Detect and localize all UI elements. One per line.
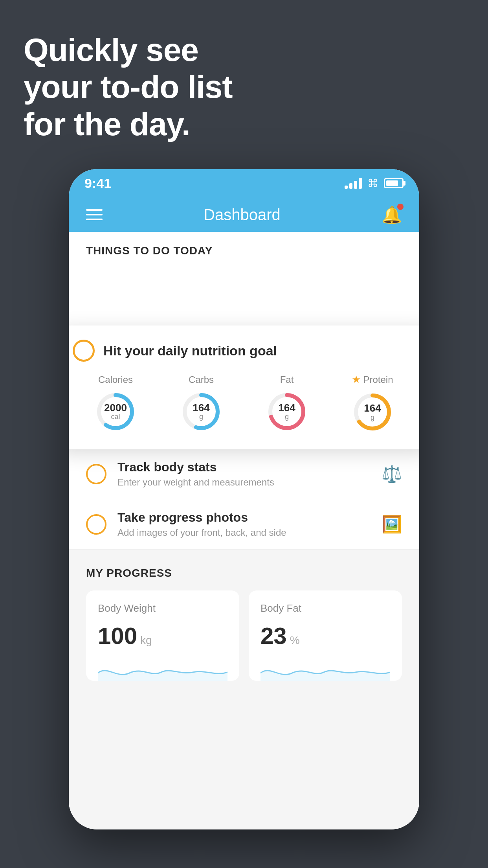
phone-mockup: 9:41 ⌘ Dashboard 🔔 THINGS TO DO TODAY	[69, 169, 419, 829]
progress-cards: Body Weight 100 kg Body Fat 23 %	[86, 590, 402, 681]
star-icon: ★	[352, 373, 361, 386]
notification-dot	[397, 204, 404, 210]
donut-chart: 164 g	[180, 390, 223, 433]
progress-section: MY PROGRESS Body Weight 100 kg Body Fat …	[69, 550, 419, 698]
donut-text: 164 g	[364, 403, 381, 421]
todo-name: Track body stats	[117, 460, 371, 474]
todo-circle-nutrition	[73, 340, 95, 362]
todo-info: Take progress photos Add images of your …	[117, 510, 371, 538]
nutrition-card: Hit your daily nutrition goal Calories 2…	[69, 326, 419, 449]
progress-card[interactable]: Body Weight 100 kg	[86, 590, 239, 681]
headline-line2: your to-do list	[24, 68, 233, 105]
battery-icon	[384, 178, 404, 188]
mini-chart-svg	[98, 657, 227, 681]
status-icons: ⌘	[345, 177, 404, 190]
status-time: 9:41	[84, 176, 111, 191]
donut-value: 164	[364, 403, 381, 414]
mini-chart	[261, 657, 390, 681]
nav-title: Dashboard	[204, 206, 281, 224]
progress-number: 100	[98, 622, 137, 649]
nutrition-stat-fat: Fat 164 g	[265, 374, 308, 433]
headline-line1: Quickly see	[24, 31, 233, 68]
donut-unit: g	[278, 413, 295, 421]
todo-item[interactable]: Take progress photos Add images of your …	[69, 499, 419, 550]
nav-bar: Dashboard 🔔	[69, 197, 419, 232]
stat-label: Calories	[98, 374, 133, 385]
todo-subtitle: Add images of your front, back, and side	[117, 527, 371, 538]
donut-text: 2000 cal	[104, 402, 127, 421]
signal-icon	[345, 178, 362, 189]
wifi-icon: ⌘	[367, 177, 378, 190]
stat-label: ★Protein	[352, 373, 393, 386]
todo-circle	[86, 464, 106, 484]
progress-value: 100 kg	[98, 622, 227, 649]
menu-button[interactable]	[86, 209, 103, 220]
donut-text: 164 g	[193, 402, 209, 421]
progress-title: MY PROGRESS	[86, 567, 402, 579]
donut-chart: 164 g	[265, 390, 308, 433]
stat-label: Carbs	[189, 374, 214, 385]
nutrition-stat-protein: ★Protein 164 g	[351, 373, 394, 434]
donut-unit: cal	[104, 413, 127, 421]
progress-unit: kg	[140, 634, 152, 647]
progress-card[interactable]: Body Fat 23 %	[249, 590, 402, 681]
donut-unit: g	[364, 414, 381, 421]
todo-info: Track body stats Enter your weight and m…	[117, 460, 371, 488]
progress-unit: %	[290, 634, 300, 647]
section-title: THINGS TO DO TODAY	[86, 245, 213, 257]
donut-value: 164	[278, 402, 295, 413]
progress-number: 23	[261, 622, 287, 649]
nutrition-stat-carbs: Carbs 164 g	[180, 374, 223, 433]
headline-line3: for the day.	[24, 106, 233, 143]
todo-action-icon: 🖼️	[382, 515, 402, 534]
progress-card-title: Body Fat	[261, 602, 390, 614]
todo-item[interactable]: Track body stats Enter your weight and m…	[69, 449, 419, 499]
nutrition-stat-calories: Calories 2000 cal	[94, 374, 137, 433]
progress-card-title: Body Weight	[98, 602, 227, 614]
donut-value: 164	[193, 402, 209, 413]
donut-value: 2000	[104, 402, 127, 413]
progress-value: 23 %	[261, 622, 390, 649]
headline: Quickly see your to-do list for the day.	[24, 31, 233, 143]
notification-button[interactable]: 🔔	[382, 205, 402, 224]
donut-chart: 164 g	[351, 390, 394, 434]
todo-name: Take progress photos	[117, 510, 371, 525]
donut-text: 164 g	[278, 402, 295, 421]
stat-label: Fat	[280, 374, 294, 385]
todo-circle	[86, 514, 106, 535]
section-header: THINGS TO DO TODAY	[69, 232, 419, 265]
mini-chart	[98, 657, 227, 681]
app-content: THINGS TO DO TODAY Hit your daily nutrit…	[69, 232, 419, 829]
app-body: THINGS TO DO TODAY Hit your daily nutrit…	[69, 232, 419, 550]
nutrition-card-header: Hit your daily nutrition goal	[73, 340, 415, 362]
donut-unit: g	[193, 413, 209, 421]
todo-action-icon: ⚖️	[382, 464, 402, 484]
mini-chart-svg	[261, 657, 390, 681]
todo-subtitle: Enter your weight and measurements	[117, 477, 371, 488]
status-bar: 9:41 ⌘	[69, 169, 419, 197]
nutrition-stats: Calories 2000 cal Carbs 164 g Fat 164 g …	[73, 373, 415, 434]
donut-chart: 2000 cal	[94, 390, 137, 433]
nutrition-card-title: Hit your daily nutrition goal	[103, 343, 277, 359]
